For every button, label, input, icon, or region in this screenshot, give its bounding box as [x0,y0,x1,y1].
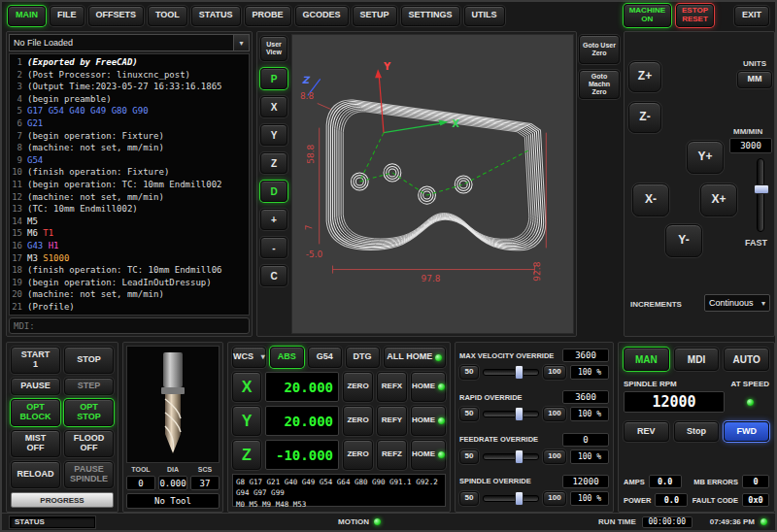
tool-col-header: SCS [190,466,220,473]
slider-handle[interactable] [515,491,524,506]
top-right-buttons: MACHINE ON ESTOP RESET EXIT [624,4,769,27]
override-min-button[interactable]: 50 [459,449,479,464]
line-number: 16 [10,240,27,252]
progress-bar: PROGRESS [11,492,114,508]
axis-y-button[interactable]: Y [232,406,261,436]
preview-canvas[interactable]: X Y Z 97.8 92.8 58.8 8. [291,34,574,334]
override-max-button[interactable]: 100 [543,407,566,421]
spindle-stop-button[interactable]: Stop [674,421,720,442]
wcs-button[interactable]: WCS ▾ [232,347,266,368]
dim-corner: 7 [304,225,314,231]
line-number: 5 [10,105,27,117]
tab-setup[interactable]: SETUP [353,6,397,26]
spindle-rev-button[interactable]: REV [624,421,669,442]
tab-status[interactable]: STATUS [191,6,241,26]
zero-x-button[interactable]: ZERO [343,372,373,402]
view-button-z[interactable]: Z [260,152,287,174]
view-button-p[interactable]: P [260,68,287,89]
slider-handle[interactable] [515,407,524,421]
view-button-+[interactable]: + [260,209,287,230]
gcode-line: 9G54 [10,154,249,167]
ref-y-button[interactable]: REFY [377,406,407,436]
dtg-button[interactable]: DTG [346,347,380,368]
ref-x-button[interactable]: REFX [377,372,407,402]
mist-button[interactable]: MISTOFF [11,430,60,457]
tab-utils[interactable]: UTILS [464,6,505,26]
jog-y-plus-button[interactable]: Y+ [687,141,724,174]
override-max-button[interactable]: 100 [543,365,566,380]
override-slider[interactable] [483,495,539,502]
tab-gcodes[interactable]: GCODES [295,6,349,26]
axis-z-button[interactable]: Z [232,440,261,470]
file-selector[interactable]: No File Loaded ▾ [9,34,250,51]
home-z-button[interactable]: HOME [411,440,446,470]
slider-handle[interactable] [515,365,524,380]
step-button[interactable]: STEP [64,378,114,395]
all-home-button[interactable]: ALL HOME [384,347,446,368]
g54-button[interactable]: G54 [308,347,342,368]
flood-button[interactable]: FLOODOFF [64,430,114,457]
tab-settings[interactable]: SETTINGS [401,6,460,26]
mdi-mode-button[interactable]: MDI [674,348,720,371]
jog-x-minus-button[interactable]: X- [632,183,669,216]
man-mode-button[interactable]: MAN [624,348,669,371]
chevron-down-icon[interactable]: ▾ [233,35,249,50]
jog-speed-slider[interactable] [757,158,764,232]
units-mm-button[interactable]: MM [737,71,772,88]
view-button-c[interactable]: C [260,265,287,286]
jog-y-minus-button[interactable]: Y- [665,224,702,257]
zero-z-button[interactable]: ZERO [343,440,373,470]
override-max-button[interactable]: 100 [543,449,566,464]
opt-stop-button[interactable]: OPTSTOP [64,399,114,426]
axis-x-button[interactable]: X [232,372,261,402]
override-min-button[interactable]: 50 [459,365,479,380]
abs-button[interactable]: ABS [270,347,304,368]
mdi-input[interactable] [9,317,250,334]
view-button-d[interactable]: D [260,181,287,202]
exit-button[interactable]: EXIT [734,6,769,26]
tab-offsets[interactable]: OFFSETS [88,6,145,26]
start-button[interactable]: START1 [11,347,60,374]
view-button-x[interactable]: X [260,96,287,117]
spindle-fwd-button[interactable]: FWD [724,421,769,442]
jog-z-plus-button[interactable]: Z+ [628,61,661,92]
goto-user-zero-button[interactable]: Goto User Zero [579,35,620,64]
axis-row-x: X20.000ZEROREFXHOME [232,372,446,402]
view-button--[interactable]: - [260,237,287,258]
tool-values: 00.00037 [126,476,220,490]
gcode-lines[interactable]: 1(Exported by FreeCAD)2(Post Processor: … [9,53,250,316]
ref-z-button[interactable]: REFZ [377,440,407,470]
reload-button[interactable]: RELOAD [11,461,60,488]
view-button-user-view[interactable]: User View [260,36,287,61]
override-min-button[interactable]: 50 [459,407,479,421]
override-max-button[interactable]: 100 [543,491,566,506]
pause-button[interactable]: PAUSE [11,378,60,395]
override-slider[interactable] [483,411,539,417]
tab-main[interactable]: MAIN [8,6,46,26]
opt-block-button[interactable]: OPTBLOCK [11,399,60,426]
override-min-button[interactable]: 50 [459,491,479,506]
line-text: (Profile) [27,301,75,314]
tab-file[interactable]: FILE [50,6,84,26]
line-number: 7 [10,130,27,143]
estop-reset-button[interactable]: ESTOP RESET [676,4,714,27]
zero-y-button[interactable]: ZERO [343,406,373,436]
machine-on-button[interactable]: MACHINE ON [624,4,671,27]
slider-handle[interactable] [754,184,769,194]
override-slider[interactable] [483,369,539,376]
tab-probe[interactable]: PROBE [245,6,291,26]
slider-handle[interactable] [515,449,524,464]
tab-tool[interactable]: TOOL [148,6,187,26]
increments-dropdown[interactable]: Continuous ▾ [704,294,770,312]
stop-button[interactable]: STOP [64,347,114,374]
home-x-button[interactable]: HOME [411,372,446,402]
jog-x-plus-button[interactable]: X+ [700,183,737,216]
goto-machn-zero-button[interactable]: Goto Machn Zero [579,70,620,99]
view-button-y[interactable]: Y [260,124,287,146]
line-text: M6 T1 [27,227,53,240]
auto-mode-button[interactable]: AUTO [724,348,769,371]
pause-spindle-button[interactable]: PAUSESPINDLE [64,461,114,488]
home-y-button[interactable]: HOME [411,406,446,436]
jog-z-minus-button[interactable]: Z- [628,102,661,133]
override-slider[interactable] [483,453,539,460]
